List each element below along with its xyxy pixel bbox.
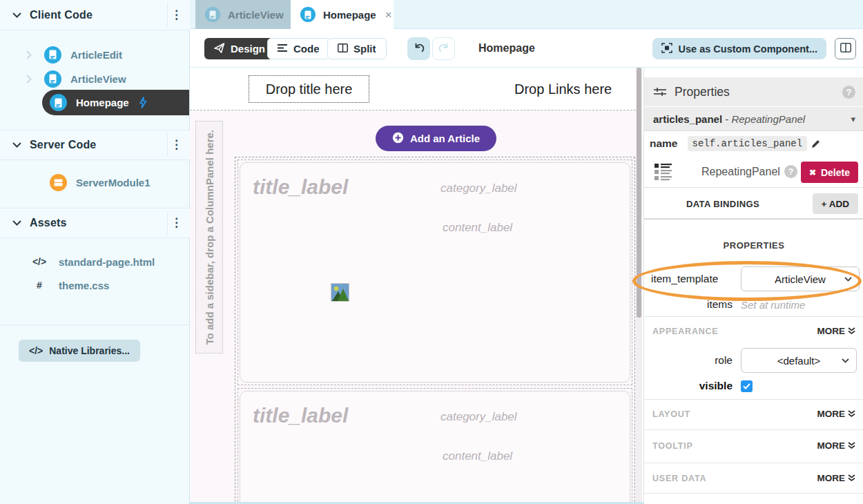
article-template-card[interactable]: title_label category_label content_label xyxy=(240,162,630,382)
properties-title: Properties xyxy=(675,85,730,99)
content-label-placeholder[interactable]: content_label xyxy=(443,221,512,235)
delete-component-button[interactable]: ✖ Delete xyxy=(801,162,858,183)
tab-label: Homepage xyxy=(323,9,376,21)
component-selector-dropdown[interactable]: articles_panel - RepeatingPanel ▾ xyxy=(644,106,863,131)
content-label-placeholder[interactable]: content_label xyxy=(443,449,512,463)
form-icon xyxy=(50,94,67,111)
section-client-code[interactable]: Client Code ⋮ xyxy=(0,0,190,30)
layout-label: LAYOUT xyxy=(652,409,690,419)
component-name-value[interactable]: self.articles_panel xyxy=(688,136,808,151)
selected-component-name: articles_panel xyxy=(653,113,722,125)
name-row: name self.articles_panel xyxy=(644,131,863,156)
use-as-custom-component-button[interactable]: Use as Custom Component... xyxy=(652,38,826,59)
more-label: MORE xyxy=(817,326,846,336)
repeating-panel-icon xyxy=(654,162,672,181)
section-server-code[interactable]: Server Code ⋮ xyxy=(0,130,190,160)
split-columns-icon xyxy=(338,43,348,55)
image-placeholder-icon[interactable] xyxy=(331,283,349,304)
layout-more-button[interactable]: MORE xyxy=(817,409,856,419)
section-assets[interactable]: Assets ⋮ xyxy=(0,208,190,238)
add-article-button[interactable]: Add an Article xyxy=(376,126,496,151)
sidebar-item-theme-css[interactable]: # theme.css xyxy=(0,273,190,297)
visible-label: visible xyxy=(644,380,733,392)
plus-circle-icon xyxy=(392,132,404,146)
tooltip-more-button[interactable]: MORE xyxy=(817,440,856,451)
sidebar-drop-hint[interactable]: To add a sidebar, drop a ColumnPanel her… xyxy=(195,121,223,353)
code-brackets-icon: </> xyxy=(29,345,43,356)
canvas-scrollbar[interactable] xyxy=(636,68,642,502)
sidebar-hint-label: To add a sidebar, drop a ColumnPanel her… xyxy=(204,130,215,345)
code-view-button[interactable]: Code xyxy=(267,38,330,59)
item-template-select[interactable]: ArticleView xyxy=(741,266,860,291)
article-template-card[interactable]: title_label category_label content_label xyxy=(240,391,630,502)
caret-down-icon: ▾ xyxy=(851,114,855,124)
drop-title-slot[interactable]: Drop title here xyxy=(249,75,369,103)
css-file-icon: # xyxy=(29,280,50,291)
design-view-button[interactable]: Design xyxy=(204,38,275,59)
edit-pencil-icon[interactable] xyxy=(811,139,821,149)
close-icon[interactable]: × xyxy=(385,9,392,21)
user-data-more-button[interactable]: MORE xyxy=(817,473,856,483)
kebab-menu-icon[interactable]: ⋮ xyxy=(171,208,183,238)
category-label-placeholder[interactable]: category_label xyxy=(440,410,517,424)
divider xyxy=(167,3,168,27)
role-value: <default> xyxy=(777,355,821,367)
undo-button[interactable] xyxy=(407,37,430,60)
chevron-right-icon[interactable] xyxy=(26,50,32,59)
title-label-placeholder[interactable]: title_label xyxy=(253,175,348,199)
kebab-menu-icon[interactable]: ⋮ xyxy=(171,130,183,160)
chevron-right-icon[interactable] xyxy=(26,75,32,84)
divider xyxy=(167,211,168,235)
appearance-label: APPEARANCE xyxy=(652,327,719,336)
toggle-panel-button[interactable] xyxy=(835,38,856,59)
item-template-row: item_template ArticleView xyxy=(644,262,863,295)
sidebar-item-servermodule1[interactable]: ServerModule1 xyxy=(0,171,190,194)
design-label: Design xyxy=(231,43,265,55)
category-label-placeholder[interactable]: category_label xyxy=(440,182,517,195)
appearance-more-button[interactable]: MORE xyxy=(817,326,856,336)
tooltip-label: TOOLTIP xyxy=(652,441,693,451)
section-title: Client Code xyxy=(30,9,93,21)
undo-icon xyxy=(413,41,425,56)
data-bindings-label: DATA BINDINGS xyxy=(644,188,802,220)
chevron-down-icon[interactable] xyxy=(12,12,21,18)
sidebar-item-label: theme.css xyxy=(59,280,109,291)
add-data-binding-button[interactable]: + ADD xyxy=(813,193,858,214)
help-icon[interactable]: ? xyxy=(842,86,855,99)
form-icon xyxy=(205,7,220,22)
properties-section-label: PROPERTIES xyxy=(644,240,863,251)
app-browser-sidebar: Client Code ⋮ ArticleEdit ArticleView Ho… xyxy=(0,0,190,504)
sidebar-item-label: ServerModule1 xyxy=(76,177,151,188)
sidebar-item-homepage[interactable]: Homepage xyxy=(42,90,189,115)
editor-toolbar: Design Code Split Homepage Use as Custom… xyxy=(190,29,863,68)
redo-button[interactable] xyxy=(432,37,455,60)
editor-tabbar: ArticleView Homepage × xyxy=(190,0,863,29)
split-view-button[interactable]: Split xyxy=(327,38,387,59)
help-icon[interactable]: ? xyxy=(784,165,797,178)
double-chevron-down-icon xyxy=(848,410,855,418)
tab-articleview[interactable]: ArticleView xyxy=(195,0,291,29)
chevron-down-icon[interactable] xyxy=(12,220,21,226)
visible-checkbox[interactable] xyxy=(741,380,753,392)
sidebar-item-standard-page[interactable]: </> standard-page.html xyxy=(0,250,190,273)
role-select[interactable]: <default> xyxy=(741,348,857,373)
kebab-menu-icon[interactable]: ⋮ xyxy=(171,0,183,30)
sidebar-item-label: ArticleEdit xyxy=(70,49,122,61)
tab-homepage[interactable]: Homepage × xyxy=(291,0,394,29)
items-label: items xyxy=(644,298,733,311)
chevron-down-icon xyxy=(842,358,849,363)
separator: - xyxy=(722,113,731,125)
item-template-label: item_template xyxy=(651,273,718,285)
sidebar-item-articleview[interactable]: ArticleView xyxy=(0,67,190,90)
drop-links-slot[interactable]: Drop Links here xyxy=(514,68,612,110)
sidebar-item-label: ArticleView xyxy=(70,73,126,85)
properties-header: Properties ? xyxy=(644,77,863,106)
title-label-placeholder[interactable]: title_label xyxy=(253,404,348,427)
sidebar-item-articleedit[interactable]: ArticleEdit xyxy=(0,43,190,66)
tab-label: ArticleView xyxy=(228,9,284,21)
more-label: MORE xyxy=(817,409,846,419)
scrollbar-thumb[interactable] xyxy=(637,68,641,318)
chevron-down-icon[interactable] xyxy=(12,142,21,148)
native-libraries-button[interactable]: </> Native Libraries... xyxy=(19,340,140,362)
section-container-properties: CONTAINER PROPERTIES MORE xyxy=(644,493,863,504)
